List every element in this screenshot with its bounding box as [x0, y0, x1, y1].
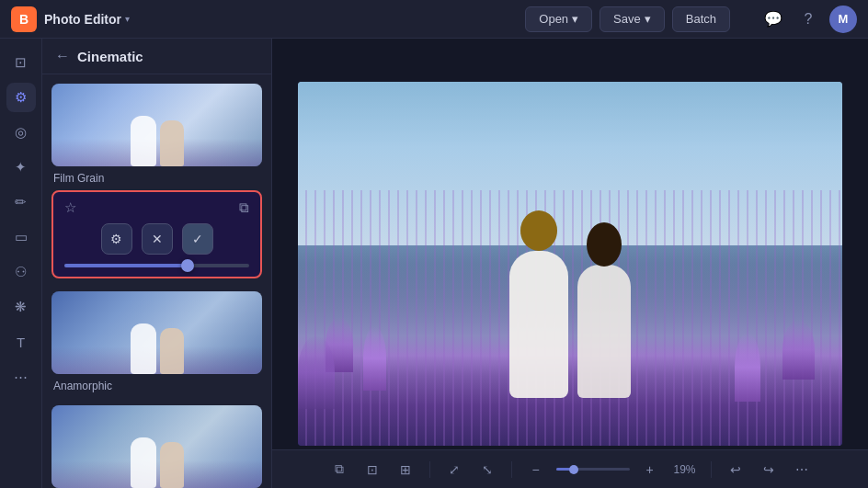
- confirm-icon: ✓: [192, 232, 203, 246]
- grid-button[interactable]: ⊞: [393, 457, 418, 482]
- sidebar-item-eye[interactable]: ◎: [6, 118, 36, 147]
- help-button[interactable]: ?: [794, 6, 822, 33]
- effect-item-lens-distortion: Lens Distortion: [51, 405, 262, 488]
- slider-thumb[interactable]: [181, 259, 194, 272]
- main-area: ⊡ ⚙ ◎ ✦ ✏ ▭ ⚇ ❋ T ⋯ ← Cinematic: [0, 39, 868, 488]
- confirm-effect-button[interactable]: ✓: [182, 223, 213, 255]
- zoom-value: 19%: [670, 463, 700, 476]
- save-button[interactable]: Save ▾: [600, 6, 665, 32]
- avatar[interactable]: M: [829, 6, 857, 33]
- sidebar-item-more[interactable]: ⋯: [6, 362, 36, 392]
- open-button[interactable]: Open ▾: [525, 6, 592, 32]
- canvas-area: ⧉ ⊡ ⊞ ⤢ ⤡ − + 19% ↩ ↪ ⋯: [272, 39, 868, 488]
- cancel-icon: ✕: [152, 232, 163, 246]
- app-title-area[interactable]: Photo Editor ▾: [44, 12, 130, 27]
- zoom-thumb[interactable]: [569, 465, 578, 474]
- sidebar-item-people[interactable]: ⚇: [6, 257, 36, 287]
- sidebar-item-effects[interactable]: ❋: [6, 292, 36, 322]
- effect-item-anamorphic: Anamorphic: [51, 291, 262, 392]
- expand-button[interactable]: ⤡: [474, 457, 500, 482]
- main-figures: [509, 220, 631, 409]
- anamorphic-thumbnail[interactable]: [51, 291, 262, 374]
- effect-strength-slider[interactable]: [64, 264, 249, 267]
- controls-actions: ⚙ ✕ ✓: [64, 223, 249, 255]
- favorite-icon[interactable]: ☆: [64, 199, 76, 216]
- film-grain-controls: ☆ ⧉ ⚙ ✕ ✓: [51, 190, 262, 278]
- sidebar-item-magic[interactable]: ✦: [6, 153, 36, 182]
- layers-button[interactable]: ⧉: [326, 457, 352, 482]
- undo-button[interactable]: ↩: [723, 457, 748, 482]
- sidebar-item-frames[interactable]: ▭: [6, 222, 36, 252]
- panel-header: ← Cinematic: [42, 39, 271, 74]
- copy-icon[interactable]: ⧉: [239, 199, 249, 216]
- sidebar-item-text[interactable]: T: [6, 327, 36, 357]
- anamorphic-label: Anamorphic: [51, 380, 262, 392]
- main-image-container: [298, 82, 842, 446]
- bottom-toolbar: ⧉ ⊡ ⊞ ⤢ ⤡ − + 19% ↩ ↪ ⋯: [272, 449, 868, 488]
- effect-item-film-grain: Film Grain ☆ ⧉ ⚙ ✕: [51, 84, 262, 278]
- redo-button[interactable]: ↪: [756, 457, 782, 482]
- batch-button[interactable]: Batch: [672, 6, 730, 32]
- panel-scroll: Film Grain ☆ ⧉ ⚙ ✕: [42, 74, 271, 488]
- zoom-out-button[interactable]: −: [523, 457, 549, 482]
- topbar: B Photo Editor ▾ Open ▾ Save ▾ Batch 💬 ?…: [0, 0, 868, 39]
- cancel-effect-button[interactable]: ✕: [142, 223, 173, 255]
- more-options-button[interactable]: ⋯: [789, 457, 815, 482]
- zoom-track[interactable]: [556, 468, 630, 471]
- effects-panel: ← Cinematic Film Grain: [42, 39, 272, 488]
- comment-button[interactable]: 💬: [760, 6, 787, 33]
- fit-button[interactable]: ⤢: [441, 457, 467, 482]
- title-chevron-icon: ▾: [125, 14, 130, 24]
- film-grain-thumbnail[interactable]: [51, 84, 262, 166]
- film-grain-label: Film Grain: [51, 172, 262, 185]
- adjust-button[interactable]: ⚙: [101, 223, 132, 255]
- app-logo: B: [11, 6, 37, 32]
- sidebar-item-brush[interactable]: ✏: [6, 187, 36, 217]
- controls-top: ☆ ⧉: [64, 199, 249, 216]
- back-button[interactable]: ←: [55, 48, 70, 64]
- sidebar-item-layers[interactable]: ⊡: [6, 48, 36, 77]
- adjust-icon: ⚙: [110, 232, 122, 246]
- sidebar-item-sliders[interactable]: ⚙: [6, 83, 36, 112]
- lens-distortion-thumbnail[interactable]: [51, 405, 262, 488]
- zoom-in-button[interactable]: +: [637, 457, 663, 482]
- panel-title: Cinematic: [77, 49, 143, 64]
- frame-button[interactable]: ⊡: [360, 457, 385, 482]
- zoom-slider-container: [556, 468, 630, 471]
- app-title: Photo Editor: [44, 12, 121, 27]
- icon-bar: ⊡ ⚙ ◎ ✦ ✏ ▭ ⚇ ❋ T ⋯: [0, 39, 42, 488]
- main-image: [298, 82, 842, 446]
